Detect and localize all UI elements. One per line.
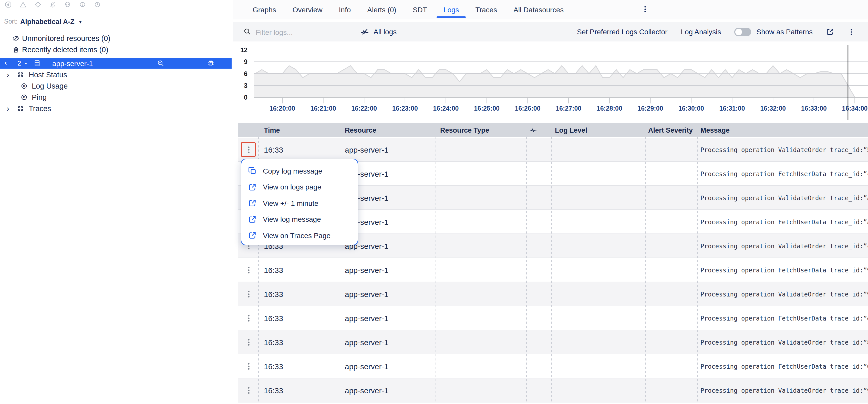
- collapse-tree-icon[interactable]: ‹: [5, 58, 7, 67]
- show-as-patterns-label: Show as Patterns: [756, 28, 813, 36]
- app-window: Sort: Alphabetical A-Z ▾ Unmonitored res…: [0, 0, 868, 404]
- row-actions-kebab-icon[interactable]: [244, 338, 253, 347]
- chip-question-icon[interactable]: [79, 1, 86, 8]
- more-tabs-kebab-icon[interactable]: [641, 5, 649, 13]
- show-as-patterns-toggle[interactable]: [735, 27, 751, 36]
- tab-sdt[interactable]: SDT: [413, 0, 427, 20]
- x-axis-tick-label: 16:29:00: [638, 105, 663, 112]
- area-series: [254, 66, 855, 97]
- alert-severity-filter-row: [5, 1, 101, 8]
- cell-resource: app-server-1: [345, 354, 389, 378]
- menu-item-label: View on Traces Page: [263, 231, 331, 240]
- set-preferred-collector-button[interactable]: Set Preferred Logs Collector: [577, 28, 668, 36]
- chevron-down-icon[interactable]: [24, 61, 29, 66]
- tree-item-traces[interactable]: ›Traces: [0, 103, 232, 114]
- sidebar-item-recently[interactable]: Recently deleted items (0): [0, 44, 232, 55]
- selected-resource-label[interactable]: app-server-1: [52, 59, 93, 68]
- datasource-icon: [21, 82, 28, 90]
- y-axis-tick-label: 12: [240, 46, 247, 54]
- x-axis-tick-label: 16:33:00: [801, 105, 827, 112]
- menu-item-view-on-logs-page[interactable]: View on logs page: [241, 179, 358, 195]
- logs-toolbar: All logs Set Preferred Logs Collector Lo…: [233, 22, 868, 41]
- tree-item-ping[interactable]: Ping: [0, 92, 232, 103]
- column-separator: [551, 137, 552, 402]
- resource-count: 2: [18, 59, 21, 67]
- datasource-group-icon: [17, 105, 24, 112]
- cell-message: Processing operation ValidateOrder trace…: [701, 138, 868, 162]
- cell-message: Processing operation FetchUserData trace…: [701, 258, 868, 282]
- cell-message: Processing operation ValidateOrder trace…: [701, 330, 868, 354]
- trash-icon: [12, 46, 20, 53]
- tree-item-host-status[interactable]: ›Host Status: [0, 69, 232, 80]
- external-link-icon: [248, 183, 257, 192]
- dead-host-skull-icon[interactable]: [64, 1, 71, 8]
- table-row[interactable]: 16:33app-server-1Processing operation Va…: [238, 282, 868, 306]
- sort-control[interactable]: Sort: Alphabetical A-Z ▾: [4, 17, 82, 26]
- table-row[interactable]: 16:33app-server-1Processing operation Va…: [238, 378, 868, 402]
- toolbar-kebab-icon[interactable]: [847, 28, 855, 36]
- menu-item-copy-log-message[interactable]: Copy log message: [241, 163, 358, 179]
- menu-item-view-log-message[interactable]: View log message: [241, 211, 358, 227]
- zoom-out-icon[interactable]: [157, 59, 164, 67]
- table-row[interactable]: 16:33app-server-1Processing operation Fe…: [238, 354, 868, 378]
- table-row[interactable]: 16:33app-server-1Processing operation Va…: [238, 138, 868, 162]
- alert-disabled-bell-icon[interactable]: [49, 1, 56, 8]
- tree-item-label: Traces: [29, 104, 51, 113]
- tab-graphs[interactable]: Graphs: [253, 0, 276, 20]
- log-scope-selector[interactable]: All logs: [361, 22, 397, 41]
- log-analysis-button[interactable]: Log Analysis: [681, 28, 721, 36]
- x-axis-tick-label: 16:26:00: [515, 105, 540, 112]
- row-actions-kebab-icon[interactable]: [244, 362, 253, 371]
- warning-triangle-icon[interactable]: [20, 1, 27, 8]
- row-actions-kebab-icon[interactable]: [244, 386, 253, 395]
- tab-overview[interactable]: Overview: [292, 0, 322, 20]
- tab-alerts-0-[interactable]: Alerts (0): [367, 0, 396, 20]
- column-separator: [645, 137, 646, 402]
- row-actions-kebab-icon[interactable]: [244, 290, 253, 299]
- open-in-new-icon[interactable]: [826, 28, 834, 36]
- sidebar-item-unmonitored[interactable]: Unmonitored resources (0): [0, 33, 232, 44]
- sort-value[interactable]: Alphabetical A-Z: [20, 18, 74, 25]
- column-separator: [526, 137, 527, 402]
- menu-item-view-on-traces-page[interactable]: View on Traces Page: [241, 227, 358, 243]
- table-row[interactable]: 16:33app-server-1Processing operation Fe…: [238, 258, 868, 282]
- x-axis-tick-label: 16:22:00: [351, 105, 377, 112]
- copy-icon: [248, 167, 257, 175]
- column-header-alert_severity: Alert Severity: [648, 123, 693, 137]
- cell-time: 16:33: [264, 330, 283, 354]
- chevron-right-icon[interactable]: ›: [7, 104, 9, 113]
- cell-message: Processing operation ValidateOrder trace…: [701, 378, 868, 402]
- kebab-focus-ring: [241, 142, 256, 157]
- column-header-resource: Resource: [345, 123, 376, 137]
- chevron-right-icon[interactable]: ›: [7, 70, 9, 79]
- y-axis-tick-label: 9: [244, 58, 247, 65]
- cell-message: Processing operation FetchUserData trace…: [701, 210, 868, 234]
- logs-panel: GraphsOverviewInfoAlerts (0)SDTLogsTrace…: [233, 0, 868, 404]
- table-row[interactable]: 16:33app-server-1Processing operation Fe…: [238, 306, 868, 330]
- critical-flame-icon[interactable]: [5, 1, 12, 8]
- tab-logs[interactable]: Logs: [443, 0, 459, 20]
- sdt-clock-icon[interactable]: [94, 1, 101, 8]
- tree-item-label: Ping: [32, 93, 46, 101]
- menu-item-view-1-minute[interactable]: View +/- 1 minute: [241, 195, 358, 211]
- logs-histogram[interactable]: 03691216:20:0016:21:0016:22:0016:23:0016…: [233, 44, 868, 123]
- tab-info[interactable]: Info: [339, 0, 351, 20]
- tree-item-log-usage[interactable]: Log Usage: [0, 80, 232, 92]
- detail-tabs: GraphsOverviewInfoAlerts (0)SDTLogsTrace…: [233, 0, 868, 20]
- tab-all-datasources[interactable]: All Datasources: [514, 0, 564, 20]
- sort-label: Sort:: [4, 18, 18, 25]
- row-actions-kebab-icon[interactable]: [244, 314, 253, 323]
- chevron-down-icon: ▾: [79, 19, 82, 24]
- column-header-message: Message: [701, 123, 730, 137]
- row-actions-kebab-icon[interactable]: [244, 266, 253, 274]
- selected-resource-row[interactable]: ‹ 2 app-server-1: [0, 58, 231, 69]
- x-axis-tick-label: 16:31:00: [719, 105, 745, 112]
- chip-question-icon[interactable]: [207, 59, 215, 67]
- filter-logs-input[interactable]: [255, 26, 346, 39]
- x-axis-tick-label: 16:30:00: [678, 105, 704, 112]
- tab-traces[interactable]: Traces: [475, 0, 497, 20]
- column-separator: [698, 137, 698, 402]
- cell-message: Processing operation FetchUserData trace…: [701, 354, 868, 378]
- table-row[interactable]: 16:33app-server-1Processing operation Va…: [238, 330, 868, 354]
- error-diamond-icon[interactable]: [34, 1, 41, 8]
